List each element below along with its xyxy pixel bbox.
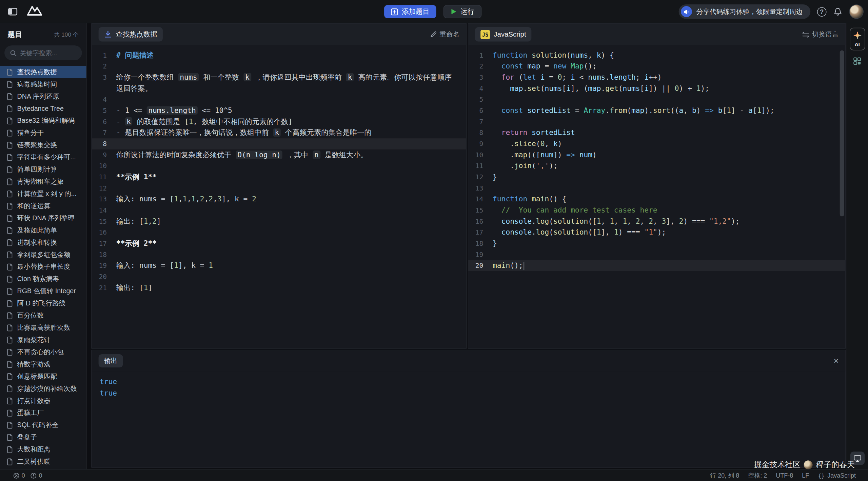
description-line[interactable]: 9你所设计算法的时间复杂度必须优于 O(n log n) ，其中 n 是数组大小… bbox=[92, 149, 466, 161]
close-output-button[interactable]: × bbox=[833, 356, 839, 365]
code-line[interactable]: 2 const map = new Map(); bbox=[468, 61, 845, 72]
sidebar-item-problem[interactable]: Cion 勒索病毒 bbox=[0, 273, 86, 285]
code-line[interactable]: 10 .map(([num]) => num) bbox=[468, 149, 845, 161]
sidebar-item-problem[interactable]: 猜数字游戏 bbox=[0, 358, 86, 370]
cursor-position[interactable]: 行 20, 列 8 bbox=[710, 471, 739, 479]
indent-setting[interactable]: 空格: 2 bbox=[748, 471, 767, 479]
sidebar-item-problem[interactable]: 打点计数器 bbox=[0, 395, 86, 407]
description-line[interactable]: 2 bbox=[92, 61, 466, 72]
sidebar-item-problem[interactable]: 不再贪心的小包 bbox=[0, 346, 86, 358]
code-line[interactable]: 1function solution(nums, k) { bbox=[468, 50, 845, 61]
sidebar-toggle-button[interactable] bbox=[8, 6, 18, 16]
language-chip[interactable]: JS JavaScript bbox=[475, 27, 532, 41]
error-counter[interactable]: 0 bbox=[13, 472, 25, 479]
code-line[interactable]: 11 .join(','); bbox=[468, 160, 845, 172]
code-line[interactable]: 14function main() { bbox=[468, 194, 845, 205]
sidebar-item-problem[interactable]: 进制求和转换 bbox=[0, 236, 86, 248]
add-problem-button[interactable]: 添加题目 bbox=[384, 5, 436, 18]
sidebar-item-problem[interactable]: 最小替换子串长度 bbox=[0, 261, 86, 273]
code-line[interactable]: 5 bbox=[468, 94, 845, 105]
code-line[interactable]: 6 const sortedList = Array.from(map).sor… bbox=[468, 105, 845, 116]
code-line[interactable]: 18} bbox=[468, 238, 845, 249]
sidebar-item-problem[interactable]: 病毒感染时间 bbox=[0, 78, 86, 90]
description-line[interactable]: 14 bbox=[92, 205, 466, 216]
code-line[interactable]: 19 bbox=[468, 249, 845, 260]
rename-button[interactable]: 重命名 bbox=[430, 29, 460, 39]
description-line[interactable]: 6- k 的取值范围是 [1, 数组中不相同的元素的个数] bbox=[92, 116, 466, 127]
sidebar-item-problem[interactable]: 穿越沙漠的补给次数 bbox=[0, 382, 86, 395]
code-line[interactable]: 20main(); bbox=[468, 260, 845, 271]
code-line[interactable]: 8 return sortedList bbox=[468, 127, 845, 139]
description-line[interactable]: 21输出: [1] bbox=[92, 282, 466, 294]
sidebar-item-problem[interactable]: 百分位数 bbox=[0, 309, 86, 322]
sidebar-item-problem[interactable]: 阿 D 的飞行路线 bbox=[0, 297, 86, 309]
search-input[interactable] bbox=[20, 49, 77, 56]
description-line[interactable]: 17**示例 2** bbox=[92, 238, 466, 249]
code-line[interactable]: 3 for (let i = 0; i < nums.length; i++) bbox=[468, 72, 845, 83]
code-line[interactable]: 12} bbox=[468, 172, 845, 183]
code-line[interactable]: 4 map.set(nums[i], (map.get(nums[i]) || … bbox=[468, 83, 845, 94]
description-line[interactable]: 1# 问题描述 bbox=[92, 50, 466, 61]
sidebar-item-problem[interactable]: Base32 编码和解码 bbox=[0, 115, 86, 127]
sidebar-item-problem[interactable]: 青海湖租车之旅 bbox=[0, 176, 86, 188]
switch-language-button[interactable]: 切换语言 bbox=[802, 29, 839, 39]
sidebar-item-problem[interactable]: 和的逆运算 bbox=[0, 200, 86, 212]
description-line[interactable]: 13输入: nums = [1,1,1,2,2,3], k = 2 bbox=[92, 194, 466, 205]
code-line[interactable]: 13 bbox=[468, 183, 845, 194]
help-button[interactable]: ? bbox=[817, 7, 827, 16]
sidebar-item-problem[interactable]: 创意标题匹配 bbox=[0, 370, 86, 382]
description-line[interactable]: 10 bbox=[92, 160, 466, 172]
promo-banner[interactable]: 分享代码练习体验，领限量定制周边 bbox=[679, 4, 811, 19]
description-line[interactable]: 20 bbox=[92, 271, 466, 282]
sidebar-item-problem[interactable]: 字符串有多少种可... bbox=[0, 151, 86, 163]
sidebar-item-problem[interactable]: 猫鱼分干 bbox=[0, 127, 86, 139]
sidebar-item-problem[interactable]: 大数和距离 bbox=[0, 443, 86, 456]
screen-share-button[interactable] bbox=[850, 452, 864, 465]
sidebar-item-problem[interactable]: DNA 序列还原 bbox=[0, 90, 86, 102]
description-line[interactable]: 18 bbox=[92, 249, 466, 260]
description-line[interactable]: 3给你一个整数数组 nums 和一个整数 k ，请你返回其中出现频率前 k 高的… bbox=[92, 72, 466, 94]
description-editor[interactable]: 1# 问题描述23给你一个整数数组 nums 和一个整数 k ，请你返回其中出现… bbox=[92, 45, 466, 293]
description-line[interactable]: 12 bbox=[92, 183, 466, 194]
sidebar-item-problem[interactable]: 及格如此简单 bbox=[0, 224, 86, 236]
sidebar-item-problem[interactable]: 比赛最高获胜次数 bbox=[0, 322, 86, 334]
sidebar-item-problem[interactable]: 链表聚集交换 bbox=[0, 139, 86, 151]
description-line[interactable]: 5- 1 <= nums.length <= 10^5 bbox=[92, 105, 466, 116]
sidebar-item-problem[interactable]: 拿到最多红包金额 bbox=[0, 248, 86, 261]
code-line[interactable]: 7 bbox=[468, 116, 845, 127]
code-editor[interactable]: 1function solution(nums, k) {2 const map… bbox=[468, 45, 845, 271]
sidebar-item-problem[interactable]: 暴雨梨花针 bbox=[0, 334, 86, 346]
problem-title-chip[interactable]: 查找热点数据 bbox=[99, 27, 163, 41]
description-line[interactable]: 11**示例 1** bbox=[92, 172, 466, 183]
search-box[interactable] bbox=[4, 45, 82, 60]
sidebar-item-problem[interactable]: 查找热点数据 bbox=[0, 66, 86, 78]
sidebar-item-problem[interactable]: 环状 DNA 序列整理 bbox=[0, 212, 86, 224]
user-avatar[interactable] bbox=[849, 4, 863, 19]
description-line[interactable]: 4 bbox=[92, 94, 466, 105]
sidebar-item-problem[interactable]: 二叉树供暖 bbox=[0, 456, 86, 468]
sidebar-item-problem[interactable]: RGB 色值转 Integer bbox=[0, 285, 86, 297]
description-line[interactable]: 7- 题目数据保证答案唯一，换句话说，数组中前 k 个高频元素的集合是唯一的 bbox=[92, 127, 466, 139]
sidebar-item-problem[interactable]: 计算位置 x 到 y 的... bbox=[0, 187, 86, 200]
encoding[interactable]: UTF-8 bbox=[776, 472, 793, 479]
eol-setting[interactable]: LF bbox=[802, 472, 809, 479]
sidebar-item-problem[interactable]: 蛋糕工厂 bbox=[0, 407, 86, 419]
description-line[interactable]: 8 bbox=[92, 138, 466, 149]
sidebar-item-problem[interactable]: 简单四则计算 bbox=[0, 163, 86, 176]
sidebar-item-problem[interactable]: 叠盘子 bbox=[0, 431, 86, 443]
code-line[interactable]: 9 .slice(0, k) bbox=[468, 138, 845, 149]
code-line[interactable]: 17 console.log(solution([1], 1) === "1")… bbox=[468, 227, 845, 238]
ai-assistant-button[interactable]: AI bbox=[849, 28, 865, 51]
run-button[interactable]: 运行 bbox=[443, 5, 482, 18]
extensions-button[interactable] bbox=[853, 57, 861, 65]
editor-scrollbar[interactable] bbox=[840, 51, 844, 217]
code-line[interactable]: 15 // You can add more test cases here bbox=[468, 205, 845, 216]
sidebar-item-problem[interactable]: Bytedance Tree bbox=[0, 102, 86, 115]
warning-counter[interactable]: 0 bbox=[31, 472, 42, 479]
language-mode[interactable]: {} JavaScript bbox=[818, 472, 856, 479]
notifications-button[interactable] bbox=[833, 7, 843, 16]
sidebar-item-problem[interactable]: SQL 代码补全 bbox=[0, 419, 86, 431]
description-line[interactable]: 19输入: nums = [1], k = 1 bbox=[92, 260, 466, 271]
description-line[interactable]: 15输出: [1,2] bbox=[92, 216, 466, 227]
output-tab[interactable]: 输出 bbox=[99, 354, 123, 367]
